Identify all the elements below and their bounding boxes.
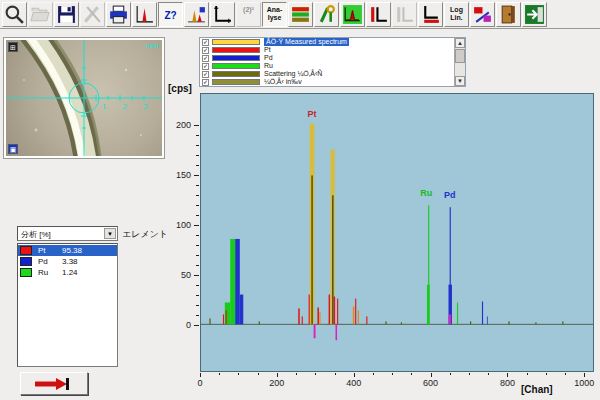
x-tick — [335, 373, 336, 375]
y-tick-label: 200 — [176, 120, 191, 130]
legend-checkbox[interactable]: ✓ — [202, 79, 209, 86]
legend-checkbox[interactable]: ✓ — [202, 55, 209, 62]
element-color-swatch — [20, 257, 32, 266]
print-button[interactable] — [106, 2, 131, 27]
x-tick — [238, 373, 239, 375]
crosshair — [6, 40, 162, 156]
scroll-down-icon[interactable]: ▼ — [455, 76, 465, 86]
z-identify-button[interactable]: Z? — [158, 2, 183, 27]
spectrum-svg — [201, 94, 593, 371]
peak-label-ru: Ru — [420, 188, 432, 198]
element-row[interactable]: Pd3.38 — [18, 256, 117, 267]
x-tick — [488, 373, 489, 375]
sample-photo — [6, 40, 162, 156]
peak-label-pt: Pt — [308, 109, 317, 119]
camera-mode-icon[interactable]: ⊞ — [8, 42, 18, 52]
analyse-button[interactable]: Ana- lyse — [262, 2, 287, 27]
save-button-icon — [56, 4, 77, 25]
fit-button-icon — [472, 4, 493, 25]
y-tick — [196, 305, 199, 306]
x-tick-label: 800 — [500, 378, 515, 388]
y-tick — [196, 265, 199, 266]
log-lin-button-label: Log Lin. — [445, 6, 468, 22]
legend-row[interactable]: ✓Pd — [200, 54, 465, 62]
fit-button[interactable] — [470, 2, 495, 27]
baseline-button[interactable] — [418, 2, 443, 27]
legend-scrollbar[interactable]: ▲ ▼ — [454, 38, 465, 86]
zoom-button-icon — [4, 4, 25, 25]
legend-checkbox[interactable]: ✓ — [202, 63, 209, 70]
open-file-button-icon — [30, 4, 51, 25]
one-spectrum-button-icon — [368, 4, 389, 25]
element-symbol: Pt — [38, 246, 46, 255]
legend-row[interactable]: ✓Pt — [200, 46, 465, 54]
plot-axes-button[interactable] — [210, 2, 235, 27]
tools-button — [80, 2, 105, 27]
y-tick — [194, 225, 199, 226]
legend-rows: ✓ÅÖ·Ÿ Measured spectrum✓Pt✓Pd✓Ru✓Scatter… — [200, 38, 465, 86]
layers-button[interactable] — [288, 2, 313, 27]
green-tools-button-icon — [316, 4, 337, 25]
x-tick — [315, 373, 316, 375]
red-arrow-icon — [32, 376, 76, 392]
camera-unit-label: mm — [146, 41, 159, 50]
camera-marker-icon[interactable]: ▣ — [8, 144, 18, 154]
y-tick-label: 0 — [186, 320, 191, 330]
legend-row-label: Pd — [264, 54, 273, 62]
result-chart-button[interactable] — [340, 2, 365, 27]
tools-button-icon — [82, 4, 103, 25]
y-tick — [196, 165, 199, 166]
log-lin-button[interactable]: Log Lin. — [444, 2, 469, 27]
exit-door-button-icon — [498, 4, 519, 25]
y-tick — [196, 245, 199, 246]
x-tick — [411, 373, 412, 375]
element-row[interactable]: Pt95.38 — [18, 245, 117, 256]
scroll-up-icon[interactable]: ▲ — [455, 38, 465, 48]
spectrum-button[interactable] — [132, 2, 157, 27]
y-tick — [196, 295, 199, 296]
spectrum-button-icon — [134, 4, 155, 25]
y-tick-label: 150 — [176, 170, 191, 180]
y-tick-label: 100 — [176, 220, 191, 230]
legend-row[interactable]: ✓¼Ö‚Å‹ in‰v — [200, 78, 465, 86]
dropdown-arrow-icon[interactable]: ▼ — [104, 228, 116, 239]
run-button[interactable] — [20, 372, 88, 395]
x-tick — [258, 373, 259, 375]
print-button-icon — [108, 4, 129, 25]
legend-checkbox[interactable]: ✓ — [202, 39, 209, 46]
y-tick — [196, 145, 199, 146]
spectrum-id-button[interactable] — [184, 2, 209, 27]
element-row[interactable]: Ru1.24 — [18, 267, 117, 278]
x-tick — [507, 373, 508, 377]
x-tick — [392, 373, 393, 375]
legend-checkbox[interactable]: ✓ — [202, 71, 209, 78]
x-axis-label: [Chan] — [521, 384, 553, 395]
y-tick-label: 50 — [181, 270, 191, 280]
spectrum-plot: PtRuPd — [200, 93, 594, 372]
legend-row[interactable]: ✓Scattering ¼Ö‚Å‹Ñ — [200, 70, 465, 78]
exit-app-button[interactable] — [522, 2, 547, 27]
legend-checkbox[interactable]: ✓ — [202, 47, 209, 54]
zoom-button[interactable] — [2, 2, 27, 27]
exit-door-button[interactable] — [496, 2, 521, 27]
green-tools-button[interactable] — [314, 2, 339, 27]
legend-row-label: Pt — [264, 46, 271, 54]
legend-color-swatch — [212, 39, 260, 45]
y-tick — [194, 325, 199, 326]
legend-row[interactable]: ✓ÅÖ·Ÿ Measured spectrum — [200, 38, 465, 46]
x-tick — [450, 373, 451, 375]
y-tick — [194, 175, 199, 176]
x-tick-label: 1000 — [574, 378, 594, 388]
x-tick-label: 400 — [346, 378, 361, 388]
save-button[interactable] — [54, 2, 79, 27]
legend-color-swatch — [212, 71, 260, 77]
spectrum-id-button-icon — [186, 4, 207, 25]
legend-row[interactable]: ✓Ru — [200, 62, 465, 70]
y-tick — [196, 185, 199, 186]
legend-row-label: ¼Ö‚Å‹ in‰v — [264, 78, 302, 86]
analysis-mode-dropdown[interactable]: 分析 [%] ▼ — [17, 226, 118, 241]
x-tick — [431, 373, 432, 377]
scrollbar-thumb[interactable] — [455, 49, 465, 63]
one-spectrum-button[interactable] — [366, 2, 391, 27]
x-tick — [546, 373, 547, 375]
